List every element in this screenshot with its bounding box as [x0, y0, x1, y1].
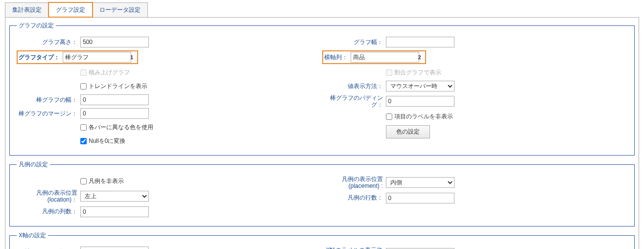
chk-hide-legend[interactable] [80, 178, 87, 184]
label-legend-cols: 凡例の列数： [17, 207, 80, 216]
label-graph-type: グラフタイプ： [19, 53, 63, 62]
input-barwidth[interactable] [80, 94, 149, 105]
input-graph-type[interactable] [63, 52, 131, 63]
legend-legend: 凡例の設定 [17, 160, 50, 169]
label-graph-height: グラフ高さ： [17, 38, 80, 46]
select-legend-placement[interactable]: 内側 [386, 177, 454, 188]
select-valuedisplay[interactable]: マウスオーバー時 [386, 81, 454, 91]
input-haxis[interactable] [351, 52, 419, 63]
tab-summary[interactable]: 集計表設定 [5, 2, 49, 17]
legend-graph: グラフの設定 [17, 22, 56, 30]
fieldset-legend: 凡例の設定 凡例を非表示 凡例の表示位置 (location)： 左上 凡例の列… [9, 160, 635, 226]
legend-xaxis: X軸の設定 [17, 231, 48, 240]
fieldset-graph: グラフの設定 グラフ高さ： グラフタイプ： 積み上げ [9, 22, 635, 156]
tabs-bar: 集計表設定 グラフ設定 ローデータ設定 [5, 2, 639, 17]
label-legend-placement: 凡例の表示位置 (placement) : [322, 176, 386, 190]
label-ratio: 割合グラフで表示 [394, 68, 441, 77]
input-legend-rows[interactable] [386, 193, 454, 204]
label-null0: Nullを0に変換 [89, 137, 125, 145]
input-legend-cols[interactable] [80, 206, 149, 217]
label-hide-legend: 凡例を非表示 [89, 177, 124, 185]
tab-content: グラフの設定 グラフ高さ： グラフタイプ： 積み上げ [5, 17, 639, 249]
label-diffcolor: 各バーに異なる色を使用 [89, 123, 153, 132]
chk-ratio [386, 69, 392, 76]
label-haxis: 横軸列： [324, 53, 351, 62]
chk-hidelabel[interactable] [386, 113, 392, 120]
fieldset-xaxis: X軸の設定 X軸のラベルの傾き： 数値のフォーマット： 未指定 グリッド線を非表… [9, 231, 635, 249]
label-valuedisplay: 値表示方法： [322, 82, 386, 91]
input-xaxis-tilt[interactable] [80, 247, 149, 249]
label-trendline: トレンドラインを表示 [89, 82, 147, 91]
label-legend-rows: 凡例の行数： [322, 194, 386, 202]
label-stacked: 積み上げグラフ [89, 68, 130, 77]
label-xaxis-labelpos: X軸のラベルの表示位置： [322, 247, 386, 249]
label-barpadding: 棒グラフのパディング： [322, 94, 386, 109]
input-barmargin[interactable] [80, 108, 149, 119]
chk-stacked [80, 69, 87, 76]
label-graph-width: グラフ幅： [322, 38, 386, 46]
tab-rawdata[interactable]: ローデータ設定 [92, 2, 148, 17]
chk-null0[interactable] [80, 138, 87, 144]
input-barpadding[interactable] [386, 96, 454, 107]
input-graph-width[interactable] [386, 37, 454, 47]
chk-trendline[interactable] [80, 83, 87, 90]
label-barmargin: 棒グラフのマージン： [17, 110, 80, 118]
label-legend-location: 凡例の表示位置 (location)： [17, 189, 80, 204]
color-settings-button[interactable]: 色の設定 [386, 125, 430, 138]
tab-graph[interactable]: グラフ設定 [48, 2, 93, 17]
label-hidelabel: 項目のラベルを非表示 [394, 113, 453, 121]
chk-diffcolor[interactable] [80, 124, 87, 131]
select-legend-location[interactable]: 左上 [80, 191, 149, 202]
input-graph-height[interactable] [80, 37, 149, 47]
label-barwidth: 棒グラフの幅： [17, 96, 80, 104]
